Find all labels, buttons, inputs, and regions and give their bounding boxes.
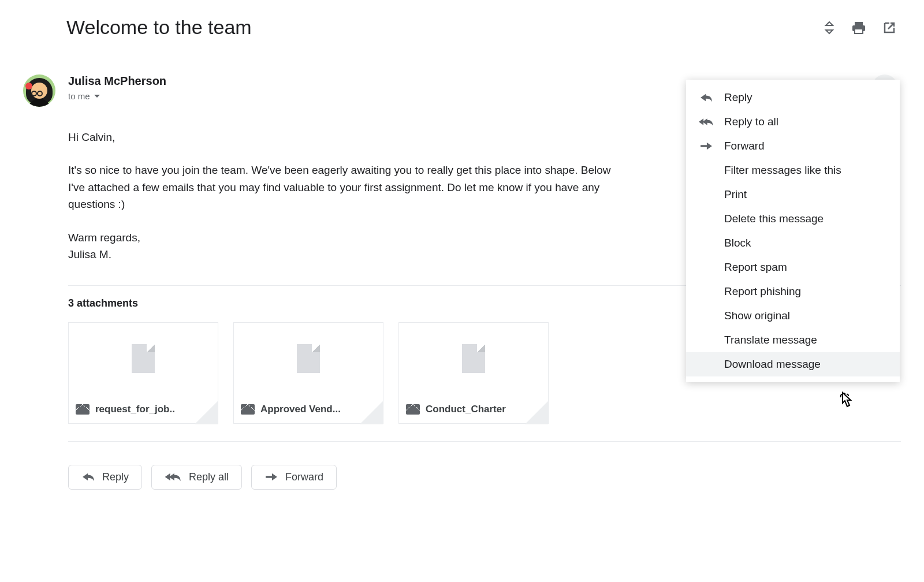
body-signature: Julisa M. — [68, 248, 111, 260]
attachment-card[interactable]: request_for_job.. — [68, 322, 218, 424]
chevron-down-icon — [94, 94, 100, 99]
attachment-filename: Conduct_Charter — [426, 404, 506, 415]
sender-avatar[interactable] — [23, 74, 55, 107]
menu-block[interactable]: ·Block — [686, 231, 900, 255]
menu-filter-messages[interactable]: ·Filter messages like this — [686, 158, 900, 182]
svg-rect-0 — [855, 22, 863, 25]
menu-report-phishing[interactable]: ·Report phishing — [686, 279, 900, 304]
menu-label: Reply — [724, 91, 752, 104]
menu-report-spam[interactable]: ·Report spam — [686, 255, 900, 279]
menu-download-message[interactable]: ·Download message — [686, 352, 900, 376]
menu-label: Report phishing — [724, 285, 801, 298]
reply-label: Reply — [102, 471, 129, 483]
forward-icon — [264, 472, 278, 482]
menu-label: Download message — [724, 358, 821, 371]
reply-all-label: Reply all — [189, 471, 229, 483]
attachment-card[interactable]: Conduct_Charter — [398, 322, 549, 424]
reply-all-button[interactable]: Reply all — [151, 465, 242, 490]
menu-show-original[interactable]: ·Show original — [686, 304, 900, 328]
recipient-label: to me — [68, 91, 90, 101]
email-subject: Welcome to the team — [66, 16, 824, 39]
open-new-window-icon[interactable] — [882, 21, 896, 35]
menu-label: Delete this message — [724, 212, 824, 225]
reply-button[interactable]: Reply — [68, 465, 142, 490]
forward-button[interactable]: Forward — [251, 465, 337, 490]
body-greeting: Hi Calvin, — [68, 129, 623, 146]
menu-print[interactable]: ·Print — [686, 182, 900, 207]
reply-all-icon — [699, 117, 714, 127]
menu-delete-message[interactable]: ·Delete this message — [686, 207, 900, 231]
menu-translate[interactable]: ·Translate message — [686, 328, 900, 352]
email-body: Hi Calvin, It's so nice to have you join… — [68, 129, 623, 263]
reply-icon — [699, 92, 713, 103]
body-signoff: Warm regards, — [68, 232, 140, 244]
email-attachment-icon — [241, 404, 255, 415]
menu-reply-all[interactable]: Reply to all — [686, 110, 900, 134]
sender-name: Julisa McPherson — [68, 74, 769, 88]
attachment-filename: request_for_job.. — [95, 404, 175, 415]
more-options-menu: Reply Reply to all Forward ·Filter messa… — [686, 80, 900, 382]
fold-corner-icon — [525, 401, 548, 424]
cursor-icon — [837, 391, 855, 411]
menu-label: Forward — [724, 140, 765, 152]
recipient-dropdown[interactable]: to me — [68, 91, 769, 101]
menu-forward[interactable]: Forward — [686, 134, 900, 158]
svg-rect-2 — [855, 29, 863, 33]
fold-corner-icon — [360, 401, 383, 424]
menu-label: Translate message — [724, 334, 817, 346]
print-icon[interactable] — [851, 21, 866, 35]
reply-icon — [81, 472, 95, 482]
menu-label: Block — [724, 237, 751, 249]
email-attachment-icon — [406, 404, 420, 415]
menu-label: Filter messages like this — [724, 164, 841, 177]
email-attachment-icon — [76, 404, 90, 415]
expand-collapse-icon[interactable] — [824, 21, 835, 35]
divider — [68, 441, 901, 442]
forward-label: Forward — [285, 471, 323, 483]
reply-all-icon — [165, 472, 182, 482]
menu-label: Report spam — [724, 261, 787, 274]
menu-reply[interactable]: Reply — [686, 85, 900, 110]
menu-label: Show original — [724, 309, 790, 322]
attachment-filename: Approved Vend... — [260, 404, 341, 415]
fold-corner-icon — [195, 401, 218, 424]
forward-icon — [699, 141, 713, 151]
attachment-card[interactable]: Approved Vend... — [233, 322, 383, 424]
body-main: It's so nice to have you join the team. … — [68, 162, 623, 212]
menu-label: Reply to all — [724, 115, 778, 128]
menu-label: Print — [724, 188, 747, 201]
